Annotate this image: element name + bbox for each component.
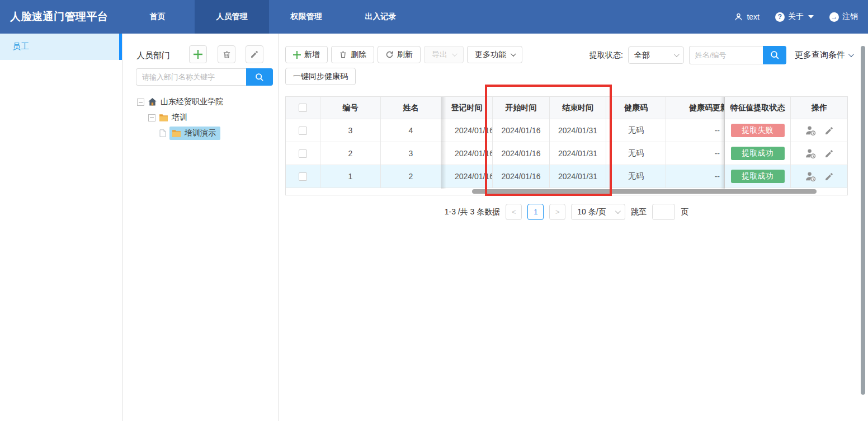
tree-node-child[interactable]: 培训 <box>148 110 223 125</box>
table-row: 1 2 2024/01/16 2024/01/16 2024/01/31 无码 … <box>286 165 847 188</box>
trash-icon <box>222 50 232 59</box>
face-collect-icon[interactable] <box>805 148 817 159</box>
column-header-register: 登记时间 <box>441 97 493 119</box>
face-collect-icon[interactable] <box>805 125 817 136</box>
collapse-icon[interactable] <box>148 114 155 121</box>
edit-department-button[interactable] <box>246 45 263 63</box>
horizontal-scrollbar-thumb[interactable] <box>472 189 817 194</box>
column-header-end: 结束时间 <box>550 97 606 119</box>
face-collect-icon[interactable] <box>805 171 817 182</box>
navbar-right: text ? 关于 → 注销 <box>734 0 858 34</box>
chevron-down-icon <box>615 208 621 214</box>
cell-start: 2024/01/16 <box>493 165 550 188</box>
top-navbar: 人脸速通门管理平台 首页 人员管理 权限管理 出入记录 text ? 关于 → … <box>0 0 868 34</box>
refresh-label: 刷新 <box>397 50 413 60</box>
tree-node-label: 山东经贸职业学院 <box>161 97 223 107</box>
edit-icon[interactable] <box>824 126 834 135</box>
cell-health-update: -- <box>666 119 725 142</box>
table-row: 2 3 2024/01/16 2024/01/16 2024/01/31 无码 … <box>286 142 847 165</box>
export-label: 导出 <box>432 50 447 60</box>
status-filter-select[interactable]: 全部 <box>628 46 684 64</box>
column-header-status: 特征值提取状态 <box>725 97 791 119</box>
about-menu[interactable]: ? 关于 <box>775 12 814 22</box>
add-department-button[interactable] <box>189 45 207 63</box>
chevron-down-icon <box>511 51 516 57</box>
vertical-scrollbar-thumb[interactable] <box>861 46 865 395</box>
active-indicator <box>119 34 122 60</box>
department-tree: 山东经贸职业学院 培训 培训演示 <box>137 94 223 141</box>
cell-end: 2024/01/31 <box>550 142 606 165</box>
tree-node-root[interactable]: 山东经贸职业学院 <box>137 94 223 110</box>
status-badge: 提取失败 <box>731 124 785 137</box>
user-menu[interactable]: text <box>734 12 760 21</box>
nav-item-personnel[interactable]: 人员管理 <box>195 0 269 34</box>
cell-status: 提取失败 <box>725 119 791 142</box>
add-label: 新增 <box>304 50 320 60</box>
search-icon <box>255 73 264 82</box>
delete-label: 删除 <box>351 50 366 60</box>
row-checkbox[interactable] <box>299 172 307 181</box>
cell-id: 1 <box>320 165 381 188</box>
edit-icon[interactable] <box>824 172 834 181</box>
keyword-search-input[interactable] <box>689 46 763 64</box>
next-page-button[interactable]: > <box>549 204 565 220</box>
prev-page-button[interactable]: < <box>506 204 522 220</box>
tree-node-label: 培训 <box>172 113 187 123</box>
cell-status: 提取成功 <box>725 165 791 188</box>
filter-label: 提取状态: <box>589 50 623 60</box>
collapse-icon[interactable] <box>137 99 144 106</box>
jump-page-input[interactable] <box>652 204 675 220</box>
tree-node-selected: 培训演示 <box>169 127 220 140</box>
logout-button[interactable]: → 注销 <box>829 12 858 22</box>
cell-health: 无码 <box>606 142 666 165</box>
select-all-checkbox[interactable] <box>299 104 307 112</box>
add-button[interactable]: 新增 <box>285 46 328 63</box>
cell-select <box>286 165 320 188</box>
column-header-name: 姓名 <box>381 97 441 119</box>
edit-icon[interactable] <box>824 149 834 158</box>
delete-department-button[interactable] <box>218 45 235 63</box>
sidebar-item-employee[interactable]: 员工 <box>0 34 122 60</box>
department-search <box>136 68 273 86</box>
export-button[interactable]: 导出 <box>424 46 464 63</box>
column-header-start: 开始时间 <box>493 97 550 119</box>
nav-item-records[interactable]: 出入记录 <box>343 0 418 34</box>
search-icon <box>770 50 780 60</box>
row-checkbox[interactable] <box>299 127 307 135</box>
chevron-down-icon <box>848 52 854 57</box>
main-nav: 首页 人员管理 权限管理 出入记录 <box>120 0 418 34</box>
more-functions-button[interactable]: 更多功能 <box>467 46 522 63</box>
header-select-all <box>286 97 320 119</box>
cell-health: 无码 <box>606 119 666 142</box>
nav-item-permission[interactable]: 权限管理 <box>269 0 343 34</box>
keyword-search <box>689 46 786 64</box>
cell-start: 2024/01/16 <box>493 142 550 165</box>
department-search-button[interactable] <box>246 68 273 86</box>
tree-node-label: 培训演示 <box>185 128 216 138</box>
page-size-select[interactable]: 10 条/页 <box>571 204 625 220</box>
cell-id: 2 <box>320 142 381 165</box>
cell-actions <box>791 119 848 142</box>
horizontal-scrollbar <box>286 188 847 195</box>
row-checkbox[interactable] <box>299 149 307 158</box>
department-search-input[interactable] <box>136 68 246 86</box>
more-query-toggle[interactable]: 更多查询条件 <box>795 50 852 60</box>
user-name: text <box>747 12 760 21</box>
refresh-button[interactable]: 刷新 <box>378 46 421 63</box>
table-toolbar: 新增 删除 刷新 导出 更多功能 <box>285 46 522 63</box>
department-panel-title: 人员部门 <box>136 50 170 61</box>
status-filter-value: 全部 <box>634 50 650 60</box>
keyword-search-button[interactable] <box>763 46 786 64</box>
cell-id: 3 <box>320 119 381 142</box>
table-row: 3 4 2024/01/16 2024/01/16 2024/01/31 无码 … <box>286 119 847 142</box>
left-sidebar: 员工 <box>0 34 122 421</box>
page-button-1[interactable]: 1 <box>527 204 544 220</box>
department-panel: 人员部门 山东经贸职业学院 培训 培训演示 <box>123 34 279 421</box>
tree-node-leaf[interactable]: 培训演示 <box>159 125 223 141</box>
cell-end: 2024/01/31 <box>550 119 606 142</box>
cell-start: 2024/01/16 <box>493 119 550 142</box>
delete-button[interactable]: 删除 <box>331 46 374 63</box>
sync-health-code-button[interactable]: 一键同步健康码 <box>285 68 356 85</box>
status-badge: 提取成功 <box>731 170 785 183</box>
nav-item-home[interactable]: 首页 <box>120 0 195 34</box>
